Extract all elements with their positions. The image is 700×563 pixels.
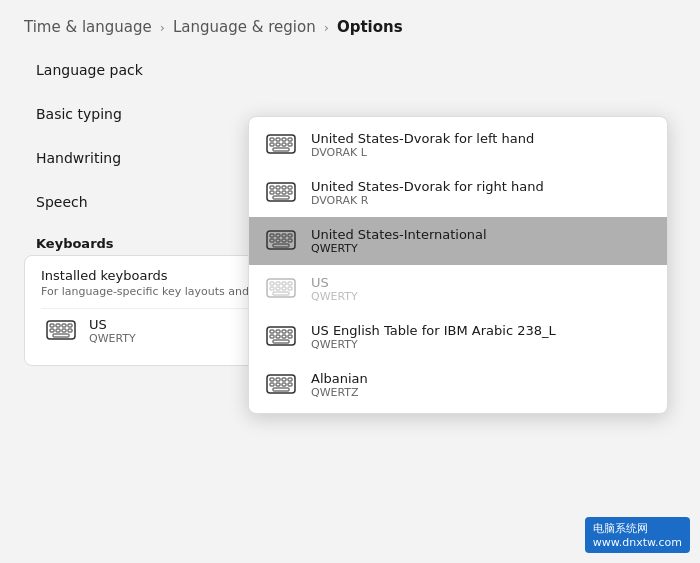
svg-rect-26 [276, 191, 280, 194]
dropdown-item-icon-0 [265, 131, 297, 159]
svg-rect-69 [273, 388, 289, 391]
svg-rect-54 [288, 330, 292, 333]
svg-rect-17 [282, 143, 286, 146]
svg-rect-39 [273, 244, 289, 247]
watermark-url: www.dnxtw.com [593, 536, 682, 549]
svg-rect-38 [288, 239, 292, 242]
svg-rect-21 [270, 186, 274, 189]
dropdown-item-name-4: US English Table for IBM Arabic 238_L [311, 323, 556, 338]
svg-rect-25 [270, 191, 274, 194]
breadcrumb-sep-2: › [324, 20, 329, 35]
sidebar-item-language-pack[interactable]: Language pack [24, 48, 264, 92]
dropdown-item-icon-3 [265, 275, 297, 303]
svg-rect-57 [282, 335, 286, 338]
dropdown-item-1[interactable]: United States-Dvorak for right handDVORA… [249, 169, 667, 217]
svg-rect-11 [270, 138, 274, 141]
svg-rect-33 [282, 234, 286, 237]
dropdown-item-sub-1: DVORAK R [311, 194, 544, 207]
sidebar-item-speech[interactable]: Speech [24, 180, 264, 224]
sidebar-item-handwriting[interactable]: Handwriting [24, 136, 264, 180]
svg-rect-68 [288, 383, 292, 386]
svg-rect-52 [276, 330, 280, 333]
svg-rect-32 [276, 234, 280, 237]
svg-rect-66 [276, 383, 280, 386]
svg-rect-14 [288, 138, 292, 141]
dropdown-item-text-0: United States-Dvorak for left handDVORAK… [311, 131, 534, 159]
svg-rect-8 [68, 329, 72, 332]
dropdown-item-2[interactable]: United States-InternationalQWERTY [249, 217, 667, 265]
dropdown-item-4[interactable]: US English Table for IBM Arabic 238_LQWE… [249, 313, 667, 361]
svg-rect-35 [270, 239, 274, 242]
keyboard-us-layout: QWERTY [89, 332, 136, 345]
dropdown-item-text-5: AlbanianQWERTZ [311, 371, 368, 399]
dropdown-item-text-3: USQWERTY [311, 275, 358, 303]
svg-rect-31 [270, 234, 274, 237]
svg-rect-53 [282, 330, 286, 333]
dropdown-item-sub-0: DVORAK L [311, 146, 534, 159]
dropdown-item-text-2: United States-InternationalQWERTY [311, 227, 487, 255]
svg-rect-44 [288, 282, 292, 285]
svg-rect-67 [282, 383, 286, 386]
svg-rect-16 [276, 143, 280, 146]
svg-rect-41 [270, 282, 274, 285]
svg-rect-37 [282, 239, 286, 242]
svg-rect-1 [50, 324, 54, 327]
dropdown-item-icon-5 [265, 371, 297, 399]
dropdown-item-5[interactable]: AlbanianQWERTZ [249, 361, 667, 409]
dropdown-item-0[interactable]: United States-Dvorak for left handDVORAK… [249, 121, 667, 169]
svg-rect-65 [270, 383, 274, 386]
svg-rect-6 [56, 329, 60, 332]
svg-rect-61 [270, 378, 274, 381]
svg-rect-7 [62, 329, 66, 332]
dropdown-item-name-1: United States-Dvorak for right hand [311, 179, 544, 194]
svg-rect-63 [282, 378, 286, 381]
svg-rect-36 [276, 239, 280, 242]
svg-rect-19 [273, 148, 289, 151]
keyboards-section-label: Keyboards [24, 228, 264, 255]
svg-rect-3 [62, 324, 66, 327]
dropdown-item-name-3: US [311, 275, 358, 290]
svg-rect-24 [288, 186, 292, 189]
svg-rect-23 [282, 186, 286, 189]
watermark-site: 电脑系统网 [593, 522, 648, 535]
dropdown-item-icon-1 [265, 179, 297, 207]
svg-rect-5 [50, 329, 54, 332]
dropdown-item-name-5: Albanian [311, 371, 368, 386]
svg-rect-56 [276, 335, 280, 338]
dropdown-item-3[interactable]: USQWERTY [249, 265, 667, 313]
dropdown-item-name-2: United States-International [311, 227, 487, 242]
svg-rect-51 [270, 330, 274, 333]
breadcrumb-sep-1: › [160, 20, 165, 35]
breadcrumb: Time & language › Language & region › Op… [0, 0, 700, 48]
svg-rect-49 [273, 292, 289, 295]
svg-rect-28 [288, 191, 292, 194]
svg-rect-22 [276, 186, 280, 189]
svg-rect-4 [68, 324, 72, 327]
dropdown-item-sub-2: QWERTY [311, 242, 487, 255]
svg-rect-43 [282, 282, 286, 285]
svg-rect-12 [276, 138, 280, 141]
svg-rect-45 [270, 287, 274, 290]
svg-rect-47 [282, 287, 286, 290]
breadcrumb-language-region[interactable]: Language & region [173, 18, 316, 36]
watermark: 电脑系统网 www.dnxtw.com [585, 517, 690, 553]
svg-rect-46 [276, 287, 280, 290]
svg-rect-2 [56, 324, 60, 327]
dropdown-item-sub-3: QWERTY [311, 290, 358, 303]
svg-rect-13 [282, 138, 286, 141]
dropdown-item-text-4: US English Table for IBM Arabic 238_LQWE… [311, 323, 556, 351]
svg-rect-62 [276, 378, 280, 381]
svg-rect-29 [273, 196, 289, 199]
svg-rect-58 [288, 335, 292, 338]
svg-rect-27 [282, 191, 286, 194]
dropdown-item-sub-5: QWERTZ [311, 386, 368, 399]
keyboard-us-icon [45, 317, 77, 345]
dropdown-item-icon-4 [265, 323, 297, 351]
sidebar-item-basic-typing[interactable]: Basic typing [24, 92, 264, 136]
breadcrumb-options: Options [337, 18, 403, 36]
dropdown-item-name-0: United States-Dvorak for left hand [311, 131, 534, 146]
svg-rect-48 [288, 287, 292, 290]
dropdown-item-icon-2 [265, 227, 297, 255]
breadcrumb-time-language[interactable]: Time & language [24, 18, 152, 36]
svg-rect-34 [288, 234, 292, 237]
